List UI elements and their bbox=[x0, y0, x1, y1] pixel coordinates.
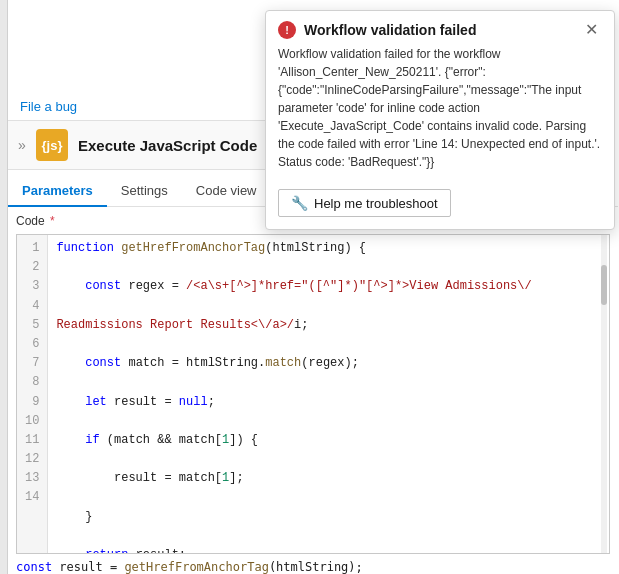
code-section: Code * 1234567891011121314 function getH… bbox=[8, 210, 618, 574]
error-icon: ! bbox=[278, 21, 296, 39]
line-numbers: 1234567891011121314 bbox=[17, 235, 48, 553]
tab-parameters[interactable]: Parameters bbox=[8, 175, 107, 206]
action-header: » {js} Execute JavaScript Code bbox=[8, 120, 273, 170]
file-bug-link[interactable]: File a bug bbox=[8, 95, 89, 118]
notification-body: Workflow validation failed for the workf… bbox=[266, 45, 614, 181]
sidebar-strip bbox=[0, 0, 8, 574]
main-panel: File a bug » {js} Execute JavaScript Cod… bbox=[0, 0, 619, 574]
tab-settings[interactable]: Settings bbox=[107, 175, 182, 206]
troubleshoot-label: Help me troubleshoot bbox=[314, 196, 438, 211]
code-line: Readmissions Report Results<\/a>/i; bbox=[56, 316, 601, 335]
code-line: } bbox=[56, 508, 601, 527]
notification-actions: 🔧 Help me troubleshoot bbox=[266, 181, 614, 229]
notification-header: ! Workflow validation failed ✕ bbox=[266, 11, 614, 45]
breadcrumb-arrow: » bbox=[18, 137, 26, 153]
required-marker: * bbox=[47, 214, 55, 228]
code-line: result = match[1]; bbox=[56, 469, 601, 488]
notification-popup: ! Workflow validation failed ✕ Workflow … bbox=[265, 10, 615, 230]
scrollbar-thumb[interactable] bbox=[601, 265, 607, 305]
code-line: const match = htmlString.match(regex); bbox=[56, 354, 601, 373]
tab-code-view[interactable]: Code view bbox=[182, 175, 271, 206]
action-icon-wrapper: {js} bbox=[36, 129, 68, 161]
code-editor[interactable]: 1234567891011121314 function getHrefFrom… bbox=[16, 234, 610, 554]
code-extra-lines: const result = getHrefFromAnchorTag(html… bbox=[8, 558, 618, 574]
code-line: function getHrefFromAnchorTag(htmlString… bbox=[56, 239, 601, 258]
notification-title: Workflow validation failed bbox=[304, 22, 573, 38]
code-content: 1234567891011121314 function getHrefFrom… bbox=[17, 235, 609, 553]
code-line: let result = null; bbox=[56, 393, 601, 412]
scrollbar-track bbox=[601, 235, 607, 553]
troubleshoot-button[interactable]: 🔧 Help me troubleshoot bbox=[278, 189, 451, 217]
code-lines: function getHrefFromAnchorTag(htmlString… bbox=[48, 235, 609, 553]
code-line: return result; bbox=[56, 546, 601, 553]
close-button[interactable]: ✕ bbox=[581, 22, 602, 38]
code-line: if (match && match[1]) { bbox=[56, 431, 601, 450]
action-title: Execute JavaScript Code bbox=[78, 137, 257, 154]
code-line: const regex = /<a\s+[^>]*href="([^"]*)"[… bbox=[56, 277, 601, 296]
wrench-icon: 🔧 bbox=[291, 195, 308, 211]
action-icon: {js} bbox=[36, 129, 68, 161]
